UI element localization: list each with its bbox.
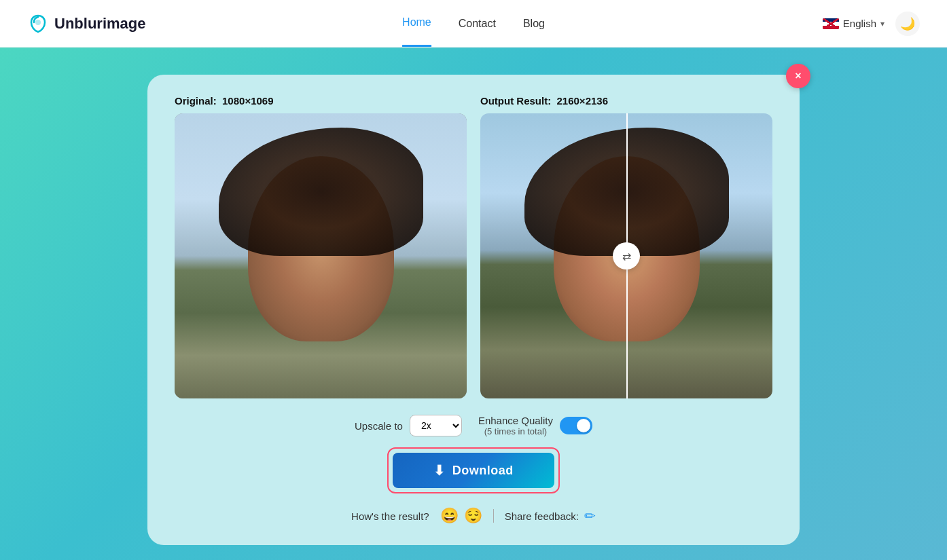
upscale-label: Upscale to: [355, 420, 403, 432]
download-icon: ⬇: [433, 462, 446, 479]
main-area: × Original: 1080×1069 Output Result: 216…: [0, 48, 947, 560]
nav-contact[interactable]: Contact: [459, 1, 496, 46]
result-card: × Original: 1080×1069 Output Result: 216…: [147, 75, 800, 545]
main-nav: Home Contact Blog: [402, 0, 545, 47]
flag-icon: [823, 18, 839, 29]
close-button[interactable]: ×: [786, 64, 810, 88]
feedback-divider: [493, 509, 494, 523]
dark-mode-button[interactable]: 🌙: [895, 12, 920, 36]
language-label: English: [843, 18, 876, 29]
split-handle[interactable]: ⇄: [613, 242, 640, 269]
download-button[interactable]: ⬇ Download: [393, 453, 554, 488]
feedback-question: How's the result?: [351, 510, 429, 522]
header-right: English ▾ 🌙: [823, 12, 920, 36]
enhance-label: Enhance Quality (5 times in total): [478, 415, 553, 436]
controls-row: Upscale to 2x 1x 4x Enhance Quality (5 t…: [175, 415, 772, 436]
share-icon[interactable]: ✏: [584, 508, 596, 524]
output-label: Output Result: 2160×2136: [480, 95, 772, 107]
feedback-emojis: 😄 😌: [440, 507, 482, 525]
logo[interactable]: Unblurimage: [27, 13, 145, 35]
logo-icon: [27, 13, 49, 35]
images-row: Original: 1080×1069 Output Result: 2160×…: [175, 95, 772, 398]
output-col: Output Result: 2160×2136 ⇄: [480, 95, 772, 398]
nav-blog[interactable]: Blog: [523, 1, 545, 46]
toggle-knob: [577, 419, 590, 432]
upscale-select[interactable]: 2x 1x 4x: [410, 415, 462, 436]
feedback-row: How's the result? 😄 😌 Share feedback: ✏: [175, 507, 772, 525]
original-col: Original: 1080×1069: [175, 95, 467, 398]
chevron-down-icon: ▾: [880, 19, 885, 29]
download-label: Download: [452, 464, 514, 478]
download-container: ⬇ Download: [175, 447, 772, 493]
emoji-neutral[interactable]: 😌: [464, 507, 482, 525]
emoji-happy[interactable]: 😄: [440, 507, 459, 525]
logo-text: Unblurimage: [54, 15, 145, 33]
header: Unblurimage Home Contact Blog English ▾ …: [0, 0, 947, 48]
share-label: Share feedback:: [505, 510, 579, 522]
enhance-toggle[interactable]: [560, 417, 592, 434]
upscale-group: Upscale to 2x 1x 4x: [355, 415, 462, 436]
enhance-group: Enhance Quality (5 times in total): [478, 415, 592, 436]
language-selector[interactable]: English ▾: [823, 18, 885, 29]
output-image: ⇄: [480, 113, 772, 398]
nav-home[interactable]: Home: [402, 0, 431, 47]
svg-point-0: [35, 20, 41, 25]
share-feedback: Share feedback: ✏: [505, 508, 596, 524]
original-photo-sim: [175, 113, 467, 398]
download-btn-wrapper: ⬇ Download: [387, 447, 560, 493]
original-label: Original: 1080×1069: [175, 95, 467, 107]
original-image: [175, 113, 467, 398]
